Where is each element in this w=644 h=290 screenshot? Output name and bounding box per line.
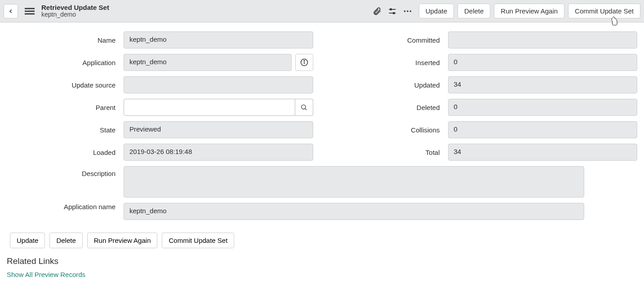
back-button[interactable] [4, 4, 18, 18]
delete-button[interactable]: Delete [457, 4, 490, 18]
run-preview-again-button-bottom[interactable]: Run Preview Again [87, 233, 158, 248]
updated-label: Updated [331, 81, 448, 89]
svg-point-12 [304, 61, 305, 62]
state-label: State [7, 126, 124, 134]
info-icon [300, 58, 308, 66]
paperclip-icon [373, 7, 382, 16]
update-source-label: Update source [7, 81, 124, 89]
application-info-button[interactable] [295, 54, 313, 71]
commit-update-set-button-bottom[interactable]: Commit Update Set [162, 233, 234, 248]
bottom-button-bar: Update Delete Run Preview Again Commit U… [0, 230, 644, 248]
update-source-field[interactable] [124, 76, 313, 93]
name-field[interactable]: keptn_demo [124, 31, 313, 48]
svg-point-6 [393, 12, 394, 13]
deleted-label: Deleted [331, 104, 448, 111]
parent-lookup-button[interactable] [295, 99, 313, 116]
application-name-label: Application name [7, 203, 124, 211]
page-title-block: Retrieved Update Set keptn_demo [41, 4, 109, 18]
collisions-field[interactable]: 0 [448, 121, 638, 138]
more-horizontal-icon [403, 6, 413, 16]
state-field[interactable]: Previewed [124, 121, 313, 138]
deleted-field[interactable]: 0 [448, 99, 638, 116]
commit-update-set-button[interactable]: Commit Update Set [568, 4, 640, 18]
svg-point-7 [404, 10, 405, 12]
personalize-form-button[interactable] [385, 4, 400, 19]
parent-label: Parent [7, 104, 124, 111]
left-column: Name keptn_demo Application keptn_demo U… [7, 31, 313, 166]
update-button[interactable]: Update [419, 4, 454, 18]
inserted-field[interactable]: 0 [448, 54, 638, 71]
page-subtitle: keptn_demo [41, 11, 109, 18]
chevron-left-icon [8, 8, 14, 14]
committed-label: Committed [331, 36, 448, 44]
related-links-heading: Related Links [7, 256, 644, 266]
search-icon [300, 104, 307, 111]
loaded-field[interactable]: 2019-03-26 08:19:48 [124, 144, 313, 161]
loaded-label: Loaded [7, 149, 124, 156]
svg-point-8 [407, 10, 409, 12]
inserted-label: Inserted [331, 59, 448, 66]
svg-line-14 [305, 109, 306, 110]
application-field[interactable]: keptn_demo [124, 54, 292, 71]
collisions-label: Collisions [331, 126, 448, 134]
name-label: Name [7, 36, 124, 44]
update-button-bottom[interactable]: Update [10, 233, 45, 248]
show-all-preview-records-link[interactable]: Show All Preview Records [7, 271, 85, 278]
menu-icon [25, 6, 35, 16]
committed-field[interactable] [448, 31, 638, 48]
svg-point-9 [409, 10, 411, 12]
svg-point-4 [390, 9, 391, 10]
application-label: Application [7, 59, 124, 66]
right-column: Committed Inserted 0 Updated 34 Deleted … [331, 31, 638, 166]
svg-rect-0 [25, 8, 35, 9]
header-bar: Retrieved Update Set keptn_demo Update D… [0, 0, 644, 22]
svg-rect-2 [25, 13, 35, 14]
svg-point-13 [302, 105, 306, 109]
description-field[interactable] [124, 166, 584, 198]
description-label: Description [7, 166, 124, 177]
page-title: Retrieved Update Set [41, 4, 109, 12]
delete-button-bottom[interactable]: Delete [49, 233, 82, 248]
application-name-field[interactable]: keptn_demo [124, 203, 584, 220]
total-field[interactable]: 34 [448, 144, 638, 161]
run-preview-again-button[interactable]: Run Preview Again [494, 4, 564, 18]
context-menu-button[interactable] [23, 5, 36, 18]
attachments-button[interactable] [369, 4, 385, 19]
total-label: Total [331, 149, 448, 156]
updated-field[interactable]: 34 [448, 76, 638, 93]
sliders-icon [388, 7, 397, 16]
form-body: Name keptn_demo Application keptn_demo U… [0, 22, 644, 230]
svg-rect-1 [25, 10, 35, 12]
more-options-button[interactable] [400, 4, 415, 19]
parent-field[interactable] [124, 99, 295, 116]
related-links-section: Related Links Show All Preview Records [0, 248, 644, 278]
